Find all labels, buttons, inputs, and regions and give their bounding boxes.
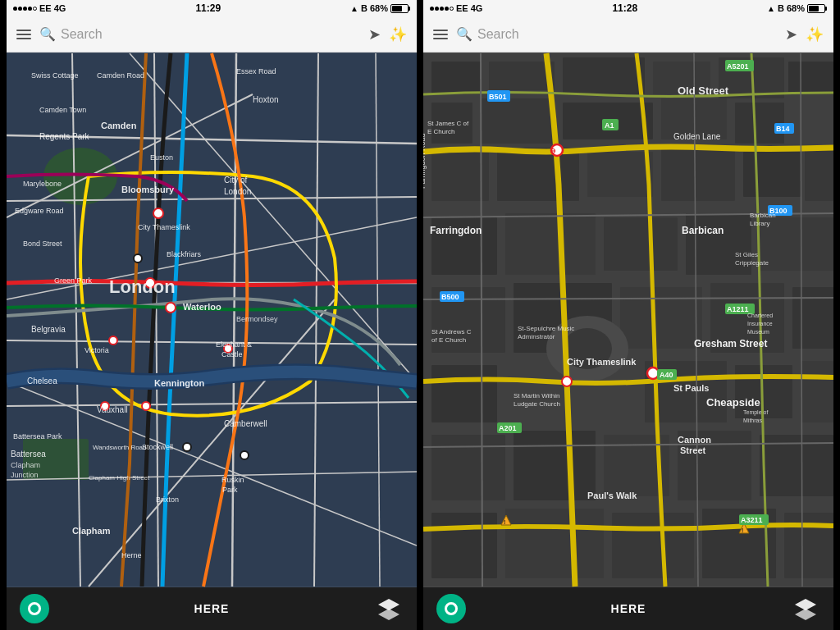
svg-text:Cripplegate: Cripplegate [735,259,769,267]
svg-text:Victoria: Victoria [84,346,109,354]
search-bar-right[interactable]: 🔍 Search ➤ ✨ [423,16,833,52]
svg-text:Gresham Street: Gresham Street [694,338,767,349]
svg-text:Barbican: Barbican [682,225,724,236]
svg-text:Mithras: Mithras [743,418,762,423]
svg-text:London: London [224,187,251,196]
svg-point-28 [183,443,191,451]
svg-point-22 [166,303,176,313]
svg-text:Golden Lane: Golden Lane [673,132,721,141]
navigate-button-right[interactable]: ➤ [785,25,797,43]
svg-text:Camden: Camden [101,121,137,130]
svg-text:London: London [109,276,176,297]
layers-button-right[interactable] [791,594,820,623]
bluetooth-icon: B [361,3,368,13]
svg-text:Camden Road: Camden Road [97,71,144,80]
navigate-button-left[interactable]: ➤ [368,25,381,43]
svg-point-24 [109,336,117,345]
svg-text:City of: City of [224,176,248,185]
svg-text:Camberwell: Camberwell [224,419,267,428]
dot2 [18,7,22,11]
svg-text:E Church: E Church [427,128,454,135]
svg-text:Insurance: Insurance [747,321,773,326]
svg-point-29 [240,451,249,459]
svg-rect-90 [743,152,801,197]
status-bar-left: EE 4G 11:29 ▲ B 68% [7,0,417,16]
location-button-left[interactable] [20,594,49,623]
svg-text:Waterloo: Waterloo [183,302,221,312]
svg-rect-109 [514,431,596,500]
svg-text:Chartered: Chartered [747,313,773,318]
svg-text:Cannon: Cannon [678,435,711,445]
svg-text:B500: B500 [441,293,459,301]
svg-text:St Andrews C: St Andrews C [431,328,472,336]
favorites-button-right[interactable]: ✨ [806,25,824,43]
location-button-right[interactable] [436,594,466,623]
svg-rect-117 [784,513,833,578]
search-icon-right: 🔍 [456,26,472,42]
svg-text:Stockwell: Stockwell [142,443,173,451]
carrier-left: EE 4G [39,3,66,13]
svg-text:Marylebone: Marylebone [23,180,62,188]
svg-rect-99 [620,287,702,349]
svg-text:Herne: Herne [121,551,142,559]
here-logo-left: HERE [194,602,230,615]
svg-text:Hoxton: Hoxton [253,95,279,104]
svg-rect-107 [801,361,833,422]
search-section-left[interactable]: 🔍 Search [39,26,360,42]
svg-marker-70 [378,599,399,610]
svg-text:⊖: ⊖ [550,147,556,155]
svg-text:A1211: A1211 [727,305,749,313]
battery-pct: 68% [370,3,388,13]
dot2r [435,7,439,11]
battery-pct-right: 68% [787,3,805,13]
favorites-button-left[interactable]: ✨ [389,25,407,43]
svg-text:!: ! [504,519,505,525]
svg-text:Swiss Cottage: Swiss Cottage [31,71,79,80]
svg-rect-89 [661,148,735,201]
svg-text:Museum: Museum [747,329,769,335]
svg-text:Castle: Castle [221,350,243,358]
svg-text:St James C of: St James C of [427,120,469,127]
svg-text:City Thameslink: City Thameslink [138,223,190,231]
svg-text:B501: B501 [489,93,507,101]
svg-point-23 [134,254,142,262]
svg-text:Paul's Walk: Paul's Walk [587,491,637,500]
svg-text:St Martin Within: St Martin Within [514,392,559,399]
layers-button-left[interactable] [374,594,404,623]
menu-button-right[interactable] [433,30,448,39]
svg-text:A1: A1 [605,121,614,130]
svg-rect-101 [792,287,833,349]
svg-rect-74 [431,62,481,94]
phone-right: EE 4G 11:28 ▲ B 68% 🔍 Search ➤ ✨ [420,0,840,630]
signal-dots-right [430,7,454,11]
svg-text:Temple of: Temple of [743,409,768,416]
svg-text:Green Park: Green Park [54,276,93,285]
map-left[interactable]: Swiss Cottage Camden Road Essex Road Cam… [7,52,417,587]
svg-text:Euston: Euston [150,153,173,162]
svg-text:Battersea: Battersea [11,450,46,459]
svg-rect-76 [563,57,645,94]
svg-text:Clapham High Street: Clapham High Street [89,474,150,482]
svg-text:Elephant &: Elephant & [216,340,252,349]
svg-text:!: ! [742,527,743,533]
svg-text:A5201: A5201 [727,62,749,71]
svg-text:Blackfriars: Blackfriars [167,250,202,258]
battery-indicator [390,4,410,13]
location-dot-left [28,602,41,615]
search-section-right[interactable]: 🔍 Search [456,26,777,42]
search-bar-left[interactable]: 🔍 Search ➤ ✨ [7,16,417,52]
svg-text:Brixton: Brixton [156,495,179,504]
svg-text:Camden Town: Camden Town [39,106,86,114]
svg-text:Clapham: Clapham [11,461,40,469]
svg-rect-91 [805,148,833,201]
svg-marker-182 [795,609,816,620]
svg-text:Bond Street: Bond Street [23,240,62,248]
menu-button-left[interactable] [16,30,31,39]
svg-text:Library: Library [750,220,769,227]
svg-text:Edgware Road: Edgware Road [15,207,64,215]
dot3r [440,7,444,11]
svg-text:St Pauls: St Pauls [673,383,709,393]
svg-text:Ruskin: Ruskin [221,476,244,484]
svg-text:A40: A40 [660,371,673,379]
map-right[interactable]: ⊖ ! ! A5201 B501 A1 B14 B100 [423,52,833,587]
